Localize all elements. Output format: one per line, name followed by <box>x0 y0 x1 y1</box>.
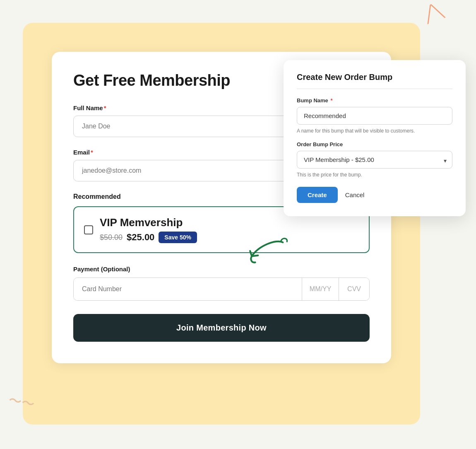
order-bump-modal: Create New Order Bump Bump Name * A name… <box>284 60 466 216</box>
modal-title: Create New Order Bump <box>297 72 452 89</box>
cvv-placeholder: CVV <box>339 278 369 300</box>
squiggle-top-right: ╱╲ <box>422 2 445 24</box>
price-hint: This is the price for the bump. <box>297 172 452 178</box>
payment-input-row: MM/YY CVV <box>73 278 370 301</box>
bump-checkbox[interactable] <box>84 225 93 234</box>
card-number-input[interactable] <box>74 278 302 300</box>
modal-bump-name-input[interactable] <box>297 107 452 125</box>
create-button[interactable]: Create <box>297 187 338 203</box>
modal-actions: Create Cancel <box>297 187 452 203</box>
save-badge: Save 50% <box>159 232 197 243</box>
price-select[interactable]: VIP Membership - $25.00 <box>297 151 452 169</box>
arrow-decoration <box>248 234 290 271</box>
bump-name: VIP Memvership <box>100 216 197 229</box>
bump-content: VIP Memvership $50.00 $25.00 Save 50% <box>100 216 197 243</box>
payment-label: Payment (Optional) <box>73 266 370 273</box>
bump-original-price: $50.00 <box>100 233 123 242</box>
bump-name-field-label: Bump Name * <box>297 97 452 104</box>
bump-pricing: $50.00 $25.00 Save 50% <box>100 232 197 243</box>
mmyy-placeholder: MM/YY <box>302 278 339 300</box>
price-select-wrap: VIP Membership - $25.00 ▾ <box>297 151 452 172</box>
submit-button[interactable]: Join Membership Now <box>73 314 370 342</box>
bump-name-hint: A name for this bump that will be visibl… <box>297 128 452 134</box>
bump-sale-price: $25.00 <box>127 232 154 243</box>
price-field-label: Order Bump Price <box>297 141 452 147</box>
cancel-button[interactable]: Cancel <box>345 191 365 198</box>
